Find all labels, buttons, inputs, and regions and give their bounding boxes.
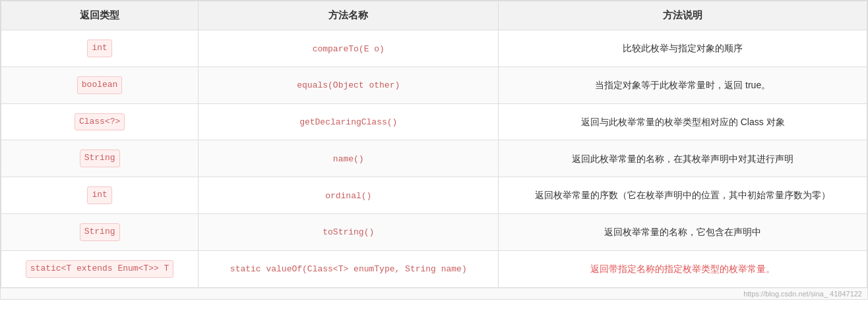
method-name-text: equals(Object other) — [297, 80, 400, 90]
table-row: StringtoString()返回枚举常量的名称，它包含在声明中 — [1, 213, 867, 250]
return-type-badge: String — [80, 150, 120, 167]
table-row: Class<?>getDeclaringClass()返回与此枚举常量的枚举类型… — [1, 103, 867, 140]
method-name-cell: toString() — [199, 213, 499, 250]
return-type-cell: Class<?> — [1, 103, 199, 140]
method-name-cell: getDeclaringClass() — [199, 103, 499, 140]
return-type-cell: String — [1, 213, 199, 250]
header-method-name: 方法名称 — [199, 1, 499, 30]
table-header-row: 返回类型 方法名称 方法说明 — [1, 1, 867, 30]
table-row: intcompareTo(E o)比较此枚举与指定对象的顺序 — [1, 30, 867, 67]
method-name-cell: name() — [199, 140, 499, 177]
return-type-badge: boolean — [77, 76, 123, 94]
table-row: intordinal()返回枚举常量的序数（它在枚举声明中的位置，其中初始常量序… — [1, 177, 867, 214]
method-name-text: toString() — [323, 227, 374, 237]
return-type-cell: String — [1, 140, 199, 177]
method-name-text: getDeclaringClass() — [299, 117, 397, 127]
header-return-type: 返回类型 — [1, 1, 199, 30]
description-cell: 返回枚举常量的序数（它在枚举声明中的位置，其中初始常量序数为零） — [499, 177, 867, 214]
table-row: booleanequals(Object other)当指定对象等于此枚举常量时… — [1, 67, 867, 103]
watermark: https://blog.csdn.net/sina_ 41847122 — [1, 288, 867, 299]
method-name-text: compareTo(E o) — [313, 44, 385, 54]
method-name-text: ordinal() — [325, 191, 371, 201]
description-cell: 当指定对象等于此枚举常量时，返回 true。 — [499, 67, 867, 103]
return-type-badge: static<T extends Enum<T>> T — [26, 260, 174, 278]
return-type-cell: int — [1, 30, 199, 67]
return-type-badge: int — [87, 186, 111, 204]
method-name-cell: ordinal() — [199, 177, 499, 214]
table-row: Stringname()返回此枚举常量的名称，在其枚举声明中对其进行声明 — [1, 140, 867, 177]
api-table-container: 返回类型 方法名称 方法说明 intcompareTo(E o)比较此枚举与指定… — [0, 0, 868, 300]
return-type-cell: int — [1, 177, 199, 214]
return-type-cell: boolean — [1, 67, 199, 103]
return-type-cell: static<T extends Enum<T>> T — [1, 250, 199, 287]
header-method-desc: 方法说明 — [499, 1, 867, 30]
return-type-badge: int — [87, 40, 111, 57]
description-link[interactable]: 返回带指定名称的指定枚举类型的枚举常量。 — [590, 263, 775, 274]
table-row: static<T extends Enum<T>> Tstatic valueO… — [1, 250, 867, 287]
method-name-cell: static valueOf(Class<T> enumType, String… — [199, 250, 499, 287]
method-name-cell: compareTo(E o) — [199, 30, 499, 67]
method-name-text: name() — [333, 154, 364, 164]
description-cell: 返回带指定名称的指定枚举类型的枚举常量。 — [499, 250, 867, 287]
api-table: 返回类型 方法名称 方法说明 intcompareTo(E o)比较此枚举与指定… — [1, 1, 867, 288]
description-cell: 比较此枚举与指定对象的顺序 — [499, 30, 867, 67]
return-type-badge: Class<?> — [75, 113, 125, 131]
method-name-text: static valueOf(Class<T> enumType, String… — [230, 264, 467, 274]
method-name-cell: equals(Object other) — [199, 67, 499, 103]
description-cell: 返回枚举常量的名称，它包含在声明中 — [499, 213, 867, 250]
return-type-badge: String — [80, 223, 120, 241]
description-cell: 返回此枚举常量的名称，在其枚举声明中对其进行声明 — [499, 140, 867, 177]
description-cell: 返回与此枚举常量的枚举类型相对应的 Class 对象 — [499, 103, 867, 140]
